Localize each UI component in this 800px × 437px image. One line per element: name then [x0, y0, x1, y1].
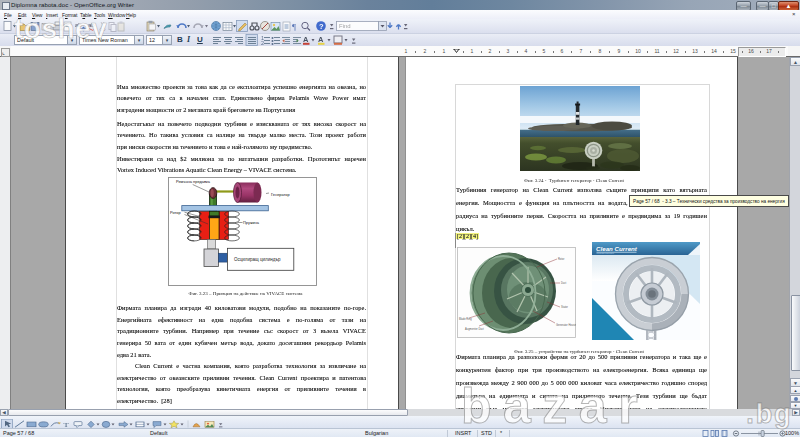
svg-text:Find: Find	[339, 23, 351, 29]
svg-text:¶: ¶	[292, 22, 296, 32]
svg-text:Stator: Stator	[561, 305, 568, 309]
svg-text:Augmenter Duct: Augmenter Duct	[465, 327, 484, 331]
svg-text:renewable tidal power: renewable tidal power	[597, 252, 615, 254]
svg-text:Пружина: Пружина	[243, 220, 260, 225]
svg-text:Blade Ring: Blade Ring	[459, 317, 472, 321]
svg-text:A: A	[318, 35, 324, 44]
svg-text:Generator Housing: Generator Housing	[556, 323, 576, 327]
svg-text:Ремъчна предавка: Ремъчна предавка	[176, 178, 211, 183]
svg-text:Duct: Duct	[561, 281, 567, 285]
svg-text:Ротор: Ротор	[170, 210, 181, 215]
svg-text:A: A	[303, 35, 309, 44]
svg-text:Clean Current: Clean Current	[596, 245, 638, 252]
svg-text:Rotor: Rotor	[558, 257, 564, 261]
svg-text:Осцилиращ цилиндър: Осцилиращ цилиндър	[234, 257, 281, 262]
svg-text:?: ?	[319, 22, 324, 31]
svg-text:Генератор: Генератор	[271, 191, 290, 196]
